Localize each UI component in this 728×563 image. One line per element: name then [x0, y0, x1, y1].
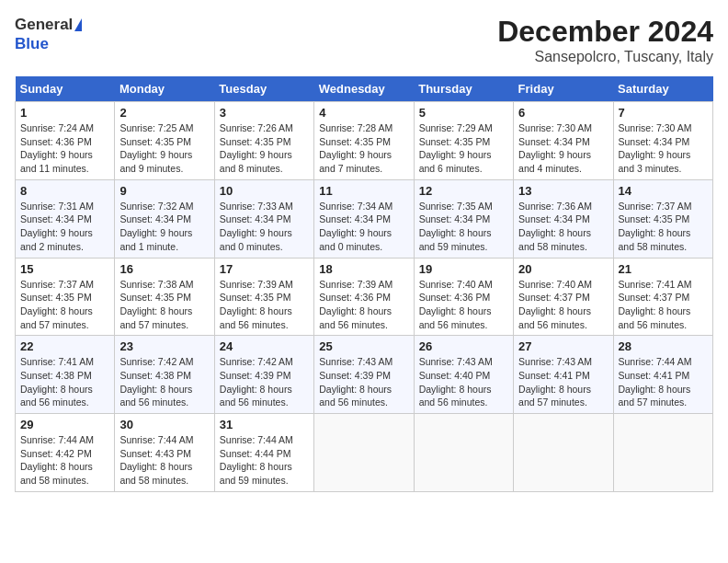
day-detail: Sunrise: 7:28 AMSunset: 4:35 PMDaylight:…: [319, 122, 392, 174]
day-number: 3: [220, 106, 309, 120]
calendar-cell: 31 Sunrise: 7:44 AMSunset: 4:44 PMDaylig…: [214, 414, 313, 492]
day-number: 18: [319, 262, 408, 276]
day-number: 16: [119, 262, 209, 276]
day-detail: Sunrise: 7:30 AMSunset: 4:34 PMDaylight:…: [619, 122, 692, 174]
col-header-friday: Friday: [514, 76, 613, 102]
day-detail: Sunrise: 7:24 AMSunset: 4:36 PMDaylight:…: [20, 122, 94, 174]
calendar-cell: 11 Sunrise: 7:34 AMSunset: 4:34 PMDaylig…: [314, 179, 414, 258]
calendar-cell: [514, 414, 613, 492]
calendar-week-row: 29 Sunrise: 7:44 AMSunset: 4:42 PMDaylig…: [16, 414, 713, 492]
day-number: 1: [20, 106, 109, 120]
day-number: 8: [20, 184, 109, 198]
calendar-cell: 29 Sunrise: 7:44 AMSunset: 4:42 PMDaylig…: [16, 414, 115, 492]
day-detail: Sunrise: 7:42 AMSunset: 4:39 PMDaylight:…: [220, 356, 293, 408]
col-header-wednesday: Wednesday: [314, 76, 414, 102]
day-detail: Sunrise: 7:26 AMSunset: 4:35 PMDaylight:…: [220, 122, 293, 174]
calendar-cell: 8 Sunrise: 7:31 AMSunset: 4:34 PMDayligh…: [16, 179, 115, 258]
col-header-saturday: Saturday: [613, 76, 712, 102]
calendar-cell: 4 Sunrise: 7:28 AMSunset: 4:35 PMDayligh…: [314, 102, 414, 180]
page-header: General Blue December 2024 Sansepolcro, …: [15, 15, 713, 65]
calendar-cell: [613, 414, 712, 492]
day-number: 28: [619, 339, 708, 353]
calendar-cell: 10 Sunrise: 7:33 AMSunset: 4:34 PMDaylig…: [214, 179, 313, 258]
logo-blue: Blue: [15, 35, 82, 53]
calendar-cell: 22 Sunrise: 7:41 AMSunset: 4:38 PMDaylig…: [16, 336, 115, 414]
day-detail: Sunrise: 7:36 AMSunset: 4:34 PMDaylight:…: [518, 201, 592, 252]
day-number: 19: [419, 262, 508, 276]
day-detail: Sunrise: 7:42 AMSunset: 4:38 PMDaylight:…: [119, 356, 193, 408]
calendar-cell: 26 Sunrise: 7:43 AMSunset: 4:40 PMDaylig…: [414, 336, 513, 414]
calendar-week-row: 1 Sunrise: 7:24 AMSunset: 4:36 PMDayligh…: [16, 102, 713, 180]
calendar-header-row: SundayMondayTuesdayWednesdayThursdayFrid…: [16, 76, 713, 102]
day-detail: Sunrise: 7:38 AMSunset: 4:35 PMDaylight:…: [119, 279, 193, 330]
calendar-cell: 3 Sunrise: 7:26 AMSunset: 4:35 PMDayligh…: [214, 102, 313, 180]
calendar-cell: 12 Sunrise: 7:35 AMSunset: 4:34 PMDaylig…: [414, 179, 513, 258]
calendar-cell: 6 Sunrise: 7:30 AMSunset: 4:34 PMDayligh…: [514, 102, 613, 180]
calendar-cell: 24 Sunrise: 7:42 AMSunset: 4:39 PMDaylig…: [214, 336, 313, 414]
calendar-cell: 2 Sunrise: 7:25 AMSunset: 4:35 PMDayligh…: [115, 102, 214, 180]
day-number: 12: [419, 184, 508, 198]
day-number: 4: [319, 106, 408, 120]
col-header-thursday: Thursday: [414, 76, 513, 102]
day-number: 15: [20, 262, 109, 276]
day-number: 29: [20, 418, 109, 431]
day-number: 5: [419, 106, 508, 120]
day-number: 9: [119, 184, 209, 198]
day-detail: Sunrise: 7:44 AMSunset: 4:43 PMDaylight:…: [119, 434, 193, 486]
day-number: 25: [319, 339, 408, 353]
calendar-cell: 19 Sunrise: 7:40 AMSunset: 4:36 PMDaylig…: [414, 258, 513, 336]
calendar-cell: [414, 414, 513, 492]
calendar-week-row: 15 Sunrise: 7:37 AMSunset: 4:35 PMDaylig…: [16, 258, 713, 336]
day-number: 10: [220, 184, 309, 198]
day-number: 27: [518, 339, 608, 353]
day-number: 11: [319, 184, 408, 198]
calendar-cell: 18 Sunrise: 7:39 AMSunset: 4:36 PMDaylig…: [314, 258, 414, 336]
calendar-week-row: 22 Sunrise: 7:41 AMSunset: 4:38 PMDaylig…: [16, 336, 713, 414]
logo-icon: [74, 18, 82, 31]
calendar-cell: 13 Sunrise: 7:36 AMSunset: 4:34 PMDaylig…: [514, 179, 613, 258]
calendar-cell: 15 Sunrise: 7:37 AMSunset: 4:35 PMDaylig…: [16, 258, 115, 336]
day-number: 13: [518, 184, 608, 198]
day-number: 14: [619, 184, 708, 198]
calendar-cell: 16 Sunrise: 7:38 AMSunset: 4:35 PMDaylig…: [115, 258, 214, 336]
calendar-cell: 5 Sunrise: 7:29 AMSunset: 4:35 PMDayligh…: [414, 102, 513, 180]
day-detail: Sunrise: 7:44 AMSunset: 4:41 PMDaylight:…: [619, 356, 692, 408]
day-number: 23: [119, 339, 209, 353]
col-header-monday: Monday: [115, 76, 214, 102]
day-detail: Sunrise: 7:43 AMSunset: 4:40 PMDaylight:…: [419, 356, 493, 408]
col-header-tuesday: Tuesday: [214, 76, 313, 102]
day-detail: Sunrise: 7:35 AMSunset: 4:34 PMDaylight:…: [419, 201, 493, 252]
calendar-cell: 1 Sunrise: 7:24 AMSunset: 4:36 PMDayligh…: [16, 102, 115, 180]
title-block: December 2024 Sansepolcro, Tuscany, Ital…: [497, 15, 713, 65]
calendar-week-row: 8 Sunrise: 7:31 AMSunset: 4:34 PMDayligh…: [16, 179, 713, 258]
day-number: 17: [220, 262, 309, 276]
calendar-cell: 28 Sunrise: 7:44 AMSunset: 4:41 PMDaylig…: [613, 336, 712, 414]
day-number: 20: [518, 262, 608, 276]
day-detail: Sunrise: 7:37 AMSunset: 4:35 PMDaylight:…: [20, 279, 94, 330]
calendar-cell: 25 Sunrise: 7:43 AMSunset: 4:39 PMDaylig…: [314, 336, 414, 414]
day-number: 31: [220, 418, 309, 431]
calendar-cell: 23 Sunrise: 7:42 AMSunset: 4:38 PMDaylig…: [115, 336, 214, 414]
day-detail: Sunrise: 7:44 AMSunset: 4:42 PMDaylight:…: [20, 434, 94, 486]
calendar-cell: 17 Sunrise: 7:39 AMSunset: 4:35 PMDaylig…: [214, 258, 313, 336]
day-number: 2: [119, 106, 209, 120]
day-detail: Sunrise: 7:43 AMSunset: 4:39 PMDaylight:…: [319, 356, 392, 408]
logo-general: General: [15, 16, 73, 33]
day-detail: Sunrise: 7:44 AMSunset: 4:44 PMDaylight:…: [220, 434, 293, 486]
logo: General Blue: [15, 15, 82, 53]
calendar-cell: 21 Sunrise: 7:41 AMSunset: 4:37 PMDaylig…: [613, 258, 712, 336]
day-detail: Sunrise: 7:29 AMSunset: 4:35 PMDaylight:…: [419, 122, 493, 174]
day-detail: Sunrise: 7:39 AMSunset: 4:35 PMDaylight:…: [220, 279, 293, 330]
day-detail: Sunrise: 7:33 AMSunset: 4:34 PMDaylight:…: [220, 201, 293, 252]
calendar-cell: 9 Sunrise: 7:32 AMSunset: 4:34 PMDayligh…: [115, 179, 214, 258]
day-number: 24: [220, 339, 309, 353]
calendar-cell: 20 Sunrise: 7:40 AMSunset: 4:37 PMDaylig…: [514, 258, 613, 336]
page-title: December 2024: [497, 15, 713, 49]
day-detail: Sunrise: 7:43 AMSunset: 4:41 PMDaylight:…: [518, 356, 592, 408]
calendar-cell: 30 Sunrise: 7:44 AMSunset: 4:43 PMDaylig…: [115, 414, 214, 492]
day-detail: Sunrise: 7:41 AMSunset: 4:37 PMDaylight:…: [619, 279, 692, 330]
day-detail: Sunrise: 7:30 AMSunset: 4:34 PMDaylight:…: [518, 122, 592, 174]
day-number: 26: [419, 339, 508, 353]
day-detail: Sunrise: 7:41 AMSunset: 4:38 PMDaylight:…: [20, 356, 94, 408]
col-header-sunday: Sunday: [16, 76, 115, 102]
